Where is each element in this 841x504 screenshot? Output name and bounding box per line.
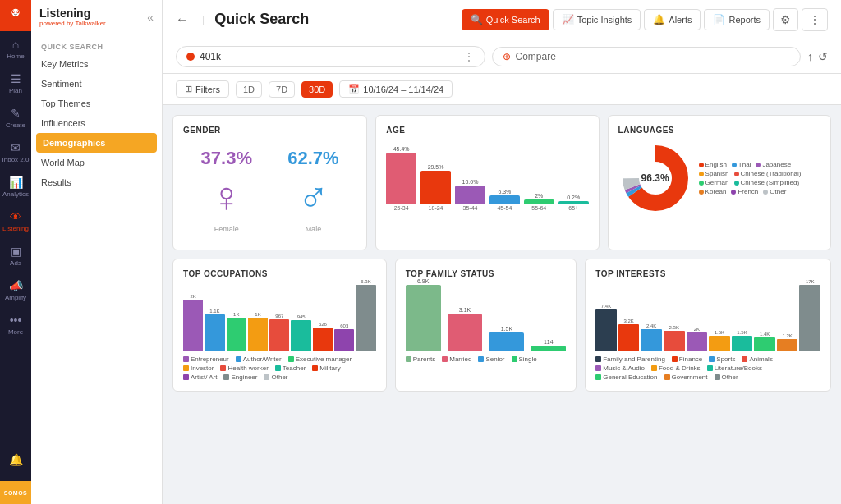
male-percentage: 62.7% [287,148,338,169]
sidebar-section-label: QUICK SEARCH [31,34,162,54]
sidebar-item-inbox[interactable]: ✉ Inbox 2.0 [0,135,31,169]
search-bar-actions: ↑ ↺ [807,50,828,63]
sidebar-item-sentiment[interactable]: Sentiment [31,74,162,94]
int-bar-2: 3.2K [618,318,640,351]
sidebar-item-key-metrics[interactable]: Key Metrics [31,54,162,74]
7d-button[interactable]: 7D [269,81,295,98]
occ-bar-6: 945 [291,314,310,351]
male-label: Male [306,225,322,233]
sidebar-item-results[interactable]: Results [31,172,162,192]
reports-button[interactable]: 📄 Reports [704,9,770,30]
interests-title: TOP INTERESTS [595,269,820,278]
sidebar-item-analytics[interactable]: 📊 Analytics [0,169,31,204]
sidebar-item-influencers[interactable]: Influencers [31,113,162,133]
age-bar-18-24: 29.5% 18-24 [420,164,451,211]
sidebar-item-listening[interactable]: 👁 Listening [0,204,31,238]
int-bar-6: 1.5K [709,330,730,351]
family-chart: 6.9K 3.1K 1.5K 114 [406,285,567,351]
more-icon: ••• [10,314,22,327]
family-card: TOP FAMILY STATUS 6.9K 3.1K 1.5K [395,259,577,392]
listening-icon: 👁 [10,210,21,223]
settings-button[interactable]: ⚙ [773,8,798,31]
int-bar-1: 7.4K [595,304,617,351]
sidebar-item-top-themes[interactable]: Top Themes [31,94,162,113]
icon-sidebar: ⌂ Home ☰ Plan ✎ Create ✉ Inbox 2.0 📊 Ana… [0,0,31,504]
interests-card: TOP INTERESTS 7.4K 3.2K 2.4K [585,259,831,392]
topic-insights-button[interactable]: 📈 Topic Insights [553,9,641,30]
sidebar-item-home[interactable]: ⌂ Home [0,31,31,66]
sidebar-header: Listening powered by Talkwalker « [31,0,162,34]
alerts-button[interactable]: 🔔 Alerts [644,9,701,30]
home-icon: ⌂ [12,38,19,51]
sidebar-item-demographics[interactable]: Demographics [36,133,157,153]
secondary-sidebar: Listening powered by Talkwalker « QUICK … [31,0,163,504]
search-query-pill[interactable]: 401k ⋮ [176,46,485,67]
occ-bar-2: 1.1K [205,309,224,351]
chart-icon: 📈 [562,14,574,25]
somos-brand: SOMOS [0,481,31,504]
male-section: 62.7% ♂ Male [287,148,338,233]
search-icon: 🔍 [471,14,483,25]
filter-icon: ⊞ [185,84,192,94]
quick-search-button[interactable]: 🔍 Quick Search [462,9,549,30]
family-bar-senior: 1.5K [489,326,524,351]
chart-row-2: TOP OCCUPATIONS 2K 1.1K 1K [172,259,831,392]
sidebar-item-amplify[interactable]: 📣 Amplify [0,273,31,307]
bell-icon[interactable]: 🔔 [4,448,28,471]
export-icon[interactable]: ↑ [807,50,813,63]
gender-card: GENDER 37.3% ♀ Female 62.7% ♂ Male [172,115,367,250]
more-options-button[interactable]: ⋮ [802,8,828,31]
occupations-title: TOP OCCUPATIONS [183,269,376,278]
svg-point-4 [17,11,18,12]
30d-button[interactable]: 30D [301,81,333,98]
sidebar-title: Listening [39,7,106,20]
language-center-pct: 96.3% [641,172,669,184]
inbox-icon: ✉ [11,141,21,154]
language-card: LANGUAGES 96.3% [608,115,831,250]
age-bar-65plus: 0.2% 65+ [558,195,589,211]
ads-icon: ▣ [11,245,21,258]
search-options-icon[interactable]: ⋮ [463,50,475,63]
occ-bar-3: 1K [227,312,246,351]
family-bar-married: 3.1K [448,307,483,351]
back-button[interactable]: ← [176,12,189,27]
topbar: ← | Quick Search 🔍 Quick Search 📈 Topic … [163,0,841,39]
occ-bar-4: 1K [248,312,268,351]
age-card: AGE 45.4% 25-34 29.5% 18-24 16.6% [375,115,599,250]
occupations-chart: 2K 1.1K 1K 1K [183,285,376,351]
sidebar-item-plan[interactable]: ☰ Plan [0,66,31,100]
amplify-icon: 📣 [9,279,23,292]
female-label: Female [214,225,239,233]
sidebar-item-create[interactable]: ✎ Create [0,100,31,135]
search-bar: 401k ⋮ ⊕ Compare ↑ ↺ [163,39,841,74]
age-bar-25-34: 45.4% 25-34 [386,146,416,211]
age-chart: 45.4% 25-34 29.5% 18-24 16.6% 35-44 [386,141,588,211]
app-logo[interactable] [0,0,31,31]
sidebar-item-ads[interactable]: ▣ Ads [0,238,31,273]
compare-icon: ⊕ [503,51,511,62]
refresh-icon[interactable]: ↺ [818,50,828,63]
compare-pill[interactable]: ⊕ Compare [492,47,802,66]
filters-button[interactable]: ⊞ Filters [176,80,229,98]
main-content: ← | Quick Search 🔍 Quick Search 📈 Topic … [163,0,841,504]
sidebar-item-world-map[interactable]: World Map [31,153,162,172]
date-range-picker[interactable]: 📅 10/16/24 – 11/14/24 [339,80,453,98]
age-title: AGE [386,126,588,135]
occ-bar-5: 967 [269,314,289,351]
content-area: GENDER 37.3% ♀ Female 62.7% ♂ Male A [163,105,841,504]
age-bar-45-54: 6.3% 45-54 [489,189,520,211]
alerts-icon: 🔔 [653,14,665,25]
sidebar-collapse-icon[interactable]: « [147,11,154,24]
int-bar-4: 2.3K [664,325,685,351]
age-bar-35-44: 16.6% 35-44 [455,179,485,211]
female-icon: ♀ [210,172,242,222]
sidebar-item-more[interactable]: ••• More [0,307,31,341]
family-bar-parents: 6.9K [406,278,441,351]
1d-button[interactable]: 1D [236,81,262,98]
plan-icon: ☰ [11,72,21,85]
male-icon: ♂ [297,172,329,222]
int-bar-8: 1.4K [754,332,775,351]
family-bar-single: 114 [531,339,566,351]
int-bar-7: 1.5K [732,330,753,351]
sidebar-subtitle: powered by Talkwalker [39,20,106,27]
